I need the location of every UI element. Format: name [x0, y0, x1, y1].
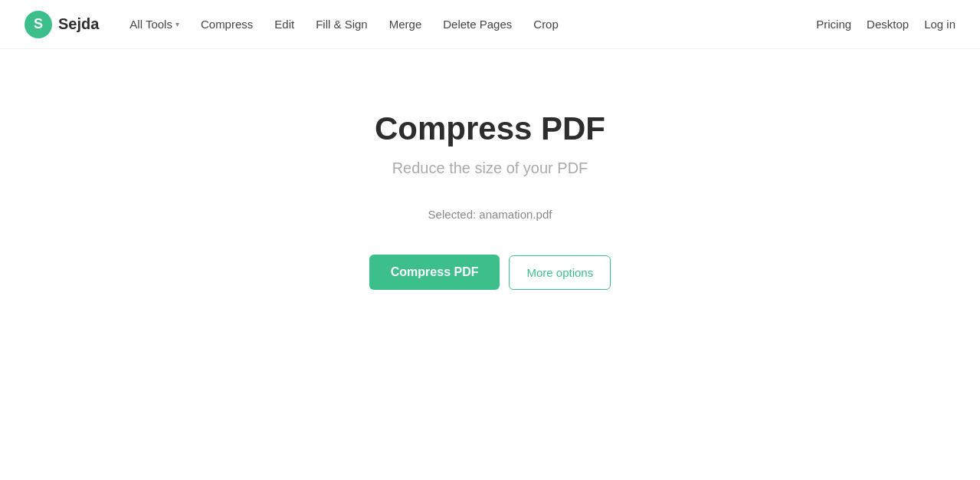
header: S Sejda All Tools ▾ Compress Edit Fill &… [0, 0, 980, 49]
login-link[interactable]: Log in [924, 18, 955, 31]
nav-item-compress[interactable]: Compress [192, 13, 262, 35]
selected-file-label: Selected: anamation.pdf [428, 208, 552, 221]
nav-item-edit[interactable]: Edit [265, 13, 303, 35]
nav-item-crop[interactable]: Crop [524, 13, 568, 35]
nav-item-all-tools[interactable]: All Tools ▾ [120, 13, 188, 35]
main-content: Compress PDF Reduce the size of your PDF… [0, 49, 980, 290]
page-title: Compress PDF [375, 110, 605, 147]
nav-item-merge[interactable]: Merge [380, 13, 431, 35]
more-options-button[interactable]: More options [509, 255, 611, 290]
page-subtitle: Reduce the size of your PDF [392, 159, 588, 177]
header-left: S Sejda All Tools ▾ Compress Edit Fill &… [25, 11, 568, 38]
pricing-link[interactable]: Pricing [816, 18, 851, 31]
logo-icon: S [25, 11, 52, 38]
compress-pdf-button[interactable]: Compress PDF [369, 255, 500, 290]
action-buttons: Compress PDF More options [369, 255, 611, 290]
nav-item-delete-pages[interactable]: Delete Pages [434, 13, 521, 35]
main-nav: All Tools ▾ Compress Edit Fill & Sign Me… [120, 13, 567, 35]
desktop-link[interactable]: Desktop [867, 18, 909, 31]
logo-text: Sejda [58, 15, 99, 33]
nav-item-fill-sign[interactable]: Fill & Sign [306, 13, 377, 35]
chevron-down-icon: ▾ [175, 20, 179, 28]
header-right: Pricing Desktop Log in [816, 18, 955, 31]
logo[interactable]: S Sejda [25, 11, 99, 38]
